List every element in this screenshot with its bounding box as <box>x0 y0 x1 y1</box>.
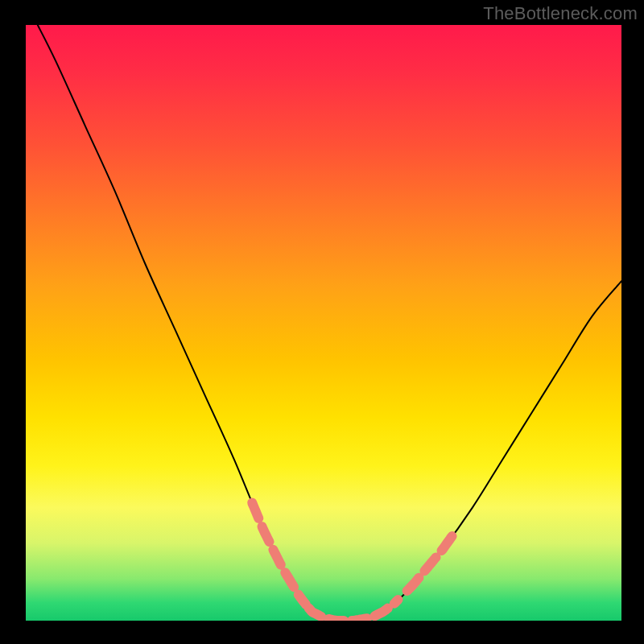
plot-area <box>26 25 621 621</box>
curve-line <box>38 25 621 621</box>
chart-container: TheBottleneck.com <box>0 0 644 644</box>
watermark-label: TheBottleneck.com <box>483 3 638 24</box>
highlight-left <box>252 502 306 604</box>
highlight-right <box>407 535 454 591</box>
highlight-floor <box>309 600 398 621</box>
curve-svg <box>26 25 621 621</box>
